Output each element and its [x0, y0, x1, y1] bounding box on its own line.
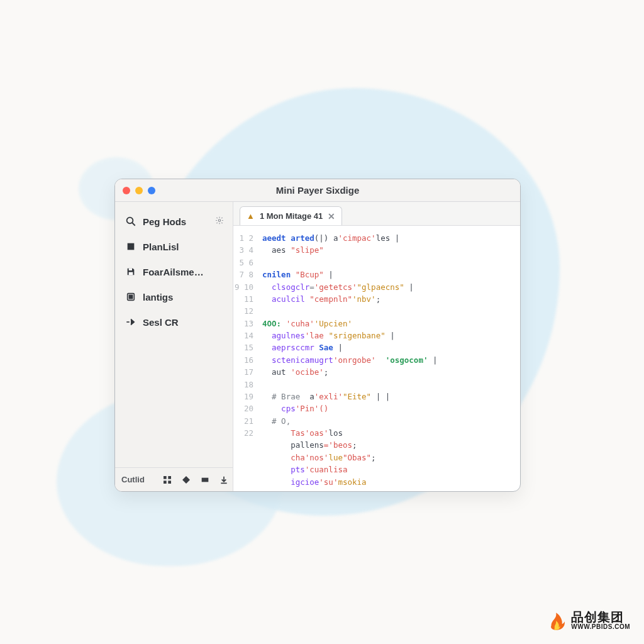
close-window-button[interactable] [123, 187, 130, 194]
sidebar-item-label: Sesl CR [143, 317, 179, 328]
sidebar-item-label: PlanLisl [143, 242, 179, 252]
svg-rect-7 [129, 295, 132, 298]
window-title: Mini Payer Sixdige [115, 185, 520, 196]
svg-rect-8 [164, 476, 167, 479]
sidebar-item-seslcr[interactable]: Sesl CR [119, 311, 229, 333]
sidebar-item-label: FoarAilsme… [143, 267, 204, 277]
svg-point-0 [127, 218, 133, 224]
warning-icon: ▲ [247, 211, 255, 221]
titlebar: Mini Payer Sixdige [115, 179, 520, 202]
save-icon [125, 266, 136, 277]
tab-label: 1 Mon Mitage 41 [260, 211, 323, 221]
watermark: 品创集团 WWW.PBIDS.COM [545, 610, 630, 631]
gear-icon[interactable] [215, 216, 224, 227]
zoom-window-button[interactable] [148, 187, 155, 194]
watermark-url: WWW.PBIDS.COM [571, 624, 630, 631]
svg-rect-3 [128, 243, 135, 250]
square-icon [125, 241, 136, 252]
traffic-lights [123, 187, 155, 194]
svg-line-1 [132, 223, 135, 226]
arrow-right-icon [125, 316, 136, 328]
sidebar-item-planlist[interactable]: PlanLisl [119, 236, 229, 257]
svg-rect-5 [129, 272, 133, 275]
main-panel: ▲ 1 Mon Mitage 41 ✕ 1 2 3 4 5 6 7 8 9 10… [233, 202, 520, 491]
footer-label: Cutlid [121, 475, 145, 484]
sidebar-item-label: Peg Hods [143, 216, 186, 227]
diamond-icon[interactable] [181, 475, 191, 485]
download-icon[interactable] [219, 475, 229, 485]
window-body: Peg Hods PlanLisl FoarAilsme… [115, 202, 520, 491]
sidebar-item-search[interactable]: Peg Hods [119, 211, 229, 232]
flame-icon [545, 610, 566, 631]
box-icon [125, 291, 136, 303]
sidebar-item-foarailsme[interactable]: FoarAilsme… [119, 261, 229, 282]
search-icon [125, 216, 136, 227]
svg-point-2 [218, 219, 221, 222]
sidebar-item-label: lantigs [143, 292, 173, 303]
svg-rect-4 [129, 269, 132, 270]
sidebar-nav: Peg Hods PlanLisl FoarAilsme… [115, 202, 233, 467]
sidebar-footer: Cutlid [115, 467, 233, 491]
grid-icon[interactable] [162, 475, 172, 485]
line-gutter: 1 2 3 4 5 6 7 8 9 10 11 12 13 14 15 16 1… [233, 226, 258, 491]
tabstrip: ▲ 1 Mon Mitage 41 ✕ [233, 202, 520, 226]
sidebar-item-lantigs[interactable]: lantigs [119, 286, 229, 308]
tab-active[interactable]: ▲ 1 Mon Mitage 41 ✕ [240, 206, 342, 225]
watermark-text: 品创集团 [571, 611, 630, 624]
rect-icon[interactable] [200, 475, 210, 485]
code-editor[interactable]: 1 2 3 4 5 6 7 8 9 10 11 12 13 14 15 16 1… [233, 226, 520, 491]
svg-rect-12 [201, 477, 208, 482]
svg-rect-10 [164, 480, 167, 484]
minimize-window-button[interactable] [135, 187, 143, 194]
app-window: Mini Payer Sixdige Peg Hods [114, 179, 521, 492]
sidebar: Peg Hods PlanLisl FoarAilsme… [115, 202, 233, 491]
close-tab-button[interactable]: ✕ [328, 211, 335, 221]
code-area[interactable]: aeedt arted(|) a'cimpac'les | aes "slipe… [258, 226, 520, 491]
svg-rect-9 [168, 476, 171, 479]
svg-rect-11 [168, 480, 171, 484]
